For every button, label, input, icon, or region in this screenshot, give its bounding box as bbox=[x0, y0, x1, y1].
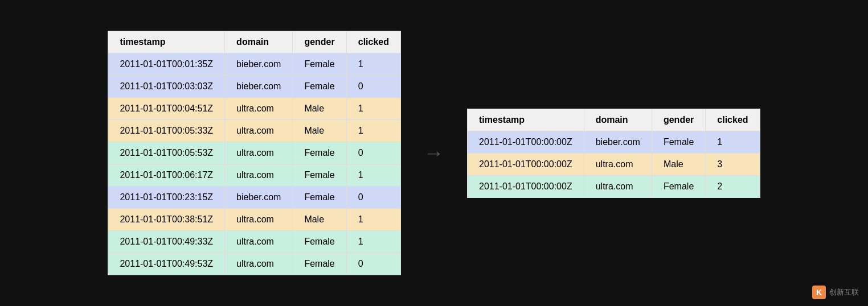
cell-gender: Male bbox=[293, 120, 346, 142]
table-row: 2011-01-01T00:06:17Zultra.comFemale1 bbox=[108, 164, 401, 187]
cell-clicked: 1 bbox=[346, 53, 400, 76]
left-col-timestamp: timestamp bbox=[108, 31, 225, 53]
table-row: 2011-01-01T00:01:35Zbieber.comFemale1 bbox=[108, 53, 401, 76]
cell-domain: ultra.com bbox=[225, 164, 293, 187]
cell-domain: ultra.com bbox=[584, 175, 652, 197]
main-container: timestamp domain gender clicked 2011-01-… bbox=[108, 31, 760, 275]
right-col-domain: domain bbox=[584, 109, 652, 131]
watermark-text: 创新互联 bbox=[829, 287, 859, 297]
cell-domain: bieber.com bbox=[584, 131, 652, 153]
table-row: 2011-01-01T00:00:00Zbieber.comFemale1 bbox=[468, 131, 760, 153]
table-row: 2011-01-01T00:04:51Zultra.comMale1 bbox=[108, 98, 401, 120]
cell-domain: bieber.com bbox=[225, 53, 293, 76]
table-row: 2011-01-01T00:05:53Zultra.comFemale0 bbox=[108, 142, 401, 164]
table-row: 2011-01-01T00:49:33Zultra.comFemale1 bbox=[108, 231, 401, 253]
cell-timestamp: 2011-01-01T00:00:00Z bbox=[468, 153, 584, 175]
cell-domain: ultra.com bbox=[225, 120, 293, 142]
cell-clicked: 3 bbox=[706, 153, 760, 175]
left-table: timestamp domain gender clicked 2011-01-… bbox=[108, 31, 401, 275]
table-row: 2011-01-01T00:05:33Zultra.comMale1 bbox=[108, 120, 401, 142]
cell-clicked: 1 bbox=[346, 120, 400, 142]
cell-timestamp: 2011-01-01T00:01:35Z bbox=[108, 53, 225, 76]
cell-timestamp: 2011-01-01T00:06:17Z bbox=[108, 164, 225, 187]
cell-gender: Male bbox=[293, 98, 346, 120]
cell-gender: Female bbox=[293, 187, 346, 209]
cell-clicked: 0 bbox=[346, 187, 400, 209]
cell-clicked: 2 bbox=[706, 175, 760, 197]
table-row: 2011-01-01T00:03:03Zbieber.comFemale0 bbox=[108, 76, 401, 98]
cell-gender: Female bbox=[293, 53, 346, 76]
cell-timestamp: 2011-01-01T00:05:53Z bbox=[108, 142, 225, 164]
cell-domain: ultra.com bbox=[584, 153, 652, 175]
table-row: 2011-01-01T00:00:00Zultra.comMale3 bbox=[468, 153, 760, 175]
cell-timestamp: 2011-01-01T00:00:00Z bbox=[468, 131, 584, 153]
table-row: 2011-01-01T00:00:00Zultra.comFemale2 bbox=[468, 175, 760, 197]
left-col-clicked: clicked bbox=[346, 31, 400, 53]
cell-gender: Female bbox=[293, 231, 346, 253]
table-row: 2011-01-01T00:38:51Zultra.comMale1 bbox=[108, 209, 401, 231]
cell-domain: bieber.com bbox=[225, 76, 293, 98]
table-row: 2011-01-01T00:49:53Zultra.comFemale0 bbox=[108, 253, 401, 275]
cell-clicked: 0 bbox=[346, 142, 400, 164]
cell-timestamp: 2011-01-01T00:38:51Z bbox=[108, 209, 225, 231]
cell-domain: ultra.com bbox=[225, 209, 293, 231]
cell-timestamp: 2011-01-01T00:00:00Z bbox=[468, 175, 584, 197]
cell-timestamp: 2011-01-01T00:05:33Z bbox=[108, 120, 225, 142]
cell-gender: Female bbox=[293, 76, 346, 98]
cell-clicked: 0 bbox=[346, 76, 400, 98]
cell-gender: Female bbox=[293, 164, 346, 187]
right-col-gender: gender bbox=[652, 109, 705, 131]
cell-domain: ultra.com bbox=[225, 98, 293, 120]
right-table: timestamp domain gender clicked 2011-01-… bbox=[467, 109, 760, 198]
left-col-gender: gender bbox=[293, 31, 346, 53]
cell-clicked: 1 bbox=[346, 231, 400, 253]
cell-domain: ultra.com bbox=[225, 231, 293, 253]
right-col-clicked: clicked bbox=[706, 109, 760, 131]
cell-timestamp: 2011-01-01T00:49:53Z bbox=[108, 253, 225, 275]
right-col-timestamp: timestamp bbox=[468, 109, 584, 131]
arrow-indicator: → bbox=[424, 141, 444, 165]
cell-timestamp: 2011-01-01T00:23:15Z bbox=[108, 187, 225, 209]
cell-domain: bieber.com bbox=[225, 187, 293, 209]
cell-clicked: 1 bbox=[706, 131, 760, 153]
cell-domain: ultra.com bbox=[225, 142, 293, 164]
cell-clicked: 1 bbox=[346, 164, 400, 187]
cell-timestamp: 2011-01-01T00:49:33Z bbox=[108, 231, 225, 253]
watermark-icon: K bbox=[812, 286, 826, 299]
cell-clicked: 0 bbox=[346, 253, 400, 275]
cell-gender: Male bbox=[293, 209, 346, 231]
cell-timestamp: 2011-01-01T00:04:51Z bbox=[108, 98, 225, 120]
cell-gender: Female bbox=[652, 131, 705, 153]
cell-gender: Female bbox=[293, 142, 346, 164]
cell-clicked: 1 bbox=[346, 209, 400, 231]
cell-timestamp: 2011-01-01T00:03:03Z bbox=[108, 76, 225, 98]
cell-gender: Female bbox=[293, 253, 346, 275]
cell-domain: ultra.com bbox=[225, 253, 293, 275]
cell-clicked: 1 bbox=[346, 98, 400, 120]
left-col-domain: domain bbox=[225, 31, 293, 53]
table-row: 2011-01-01T00:23:15Zbieber.comFemale0 bbox=[108, 187, 401, 209]
watermark: K 创新互联 bbox=[812, 286, 859, 299]
cell-gender: Female bbox=[652, 175, 705, 197]
cell-gender: Male bbox=[652, 153, 705, 175]
